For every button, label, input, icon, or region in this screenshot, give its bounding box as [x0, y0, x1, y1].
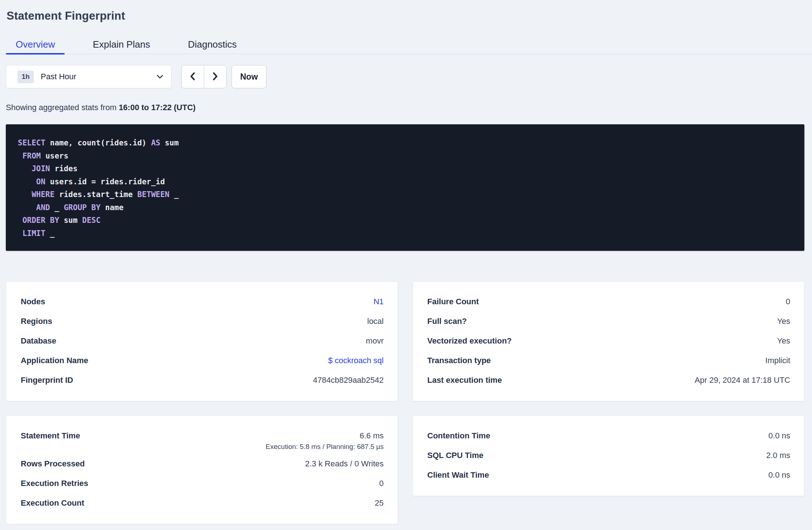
execution-retries-label: Execution Retries [21, 479, 88, 488]
table-row: Regions local [21, 312, 384, 331]
prev-time-button[interactable] [182, 65, 204, 88]
stats-cards: Nodes N1 Regions local Database movr App… [6, 281, 804, 524]
rows-processed-value: 2.3 k Reads / 0 Writes [305, 459, 383, 469]
page-title: Statement Fingerprint [7, 9, 812, 23]
application-name-link[interactable]: $ cockroach sql [328, 356, 384, 365]
statement-fingerprint-page: Statement Fingerprint Overview Explain P… [0, 9, 812, 530]
table-row: Statement Time 6.6 ms Execution: 5.8 ms … [21, 426, 384, 451]
rows-processed-label: Rows Processed [21, 459, 85, 469]
nodes-link[interactable]: N1 [373, 297, 383, 306]
table-row: Rows Processed 2.3 k Reads / 0 Writes [21, 454, 384, 474]
sql-line: AND _ GROUP BY name [18, 201, 793, 214]
contention-time-label: Contention Time [427, 431, 490, 441]
statement-times-card: Statement Time 6.6 ms Execution: 5.8 ms … [6, 415, 398, 524]
full-scan-value: Yes [777, 317, 790, 326]
sql-cpu-time-label: SQL CPU Time [427, 451, 483, 460]
regions-value: local [367, 317, 383, 326]
sql-line: WHERE rides.start_time BETWEEN _ [18, 188, 793, 201]
tab-diagnostics-label: Diagnostics [188, 39, 237, 50]
last-execution-time-value: Apr 29, 2024 at 17:18 UTC [695, 376, 790, 385]
sql-line: ON users.id = rides.rider_id [18, 176, 793, 189]
chevron-down-icon [157, 75, 163, 79]
failure-count-value: 0 [786, 297, 790, 306]
client-wait-time-label: Client Wait Time [427, 470, 489, 480]
sql-code: SELECT name, count(rides.id) AS sum FROM… [18, 137, 793, 240]
sql-line: ORDER BY sum DESC [18, 214, 793, 227]
resource-times-card: Contention Time 0.0 ns SQL CPU Time 2.0 … [413, 415, 805, 496]
sql-line: FROM users [18, 150, 793, 163]
table-row: Execution Count 25 [21, 493, 384, 513]
contention-time-value: 0.0 ns [768, 431, 790, 441]
sql-line: JOIN rides [18, 162, 793, 176]
fingerprint-id-value: 4784cb829aab2542 [313, 376, 384, 385]
client-wait-time-value: 0.0 ns [768, 470, 790, 480]
table-row: Full scan? Yes [427, 312, 791, 331]
tab-bar: Overview Explain Plans Diagnostics [0, 35, 812, 54]
fingerprint-id-label: Fingerprint ID [21, 376, 73, 385]
table-row: Execution Retries 0 [21, 474, 384, 493]
next-time-button[interactable] [204, 65, 226, 88]
application-name-label: Application Name [21, 356, 88, 365]
full-scan-label: Full scan? [427, 317, 467, 326]
table-row: Nodes N1 [21, 292, 384, 312]
time-toolbar: 1h Past Hour [6, 65, 812, 88]
tab-explain-plans-label: Explain Plans [93, 39, 150, 50]
regions-label: Regions [21, 317, 52, 326]
time-range-label: Past Hour [41, 72, 76, 81]
execution-attributes-card: Failure Count 0 Full scan? Yes Vectorize… [413, 281, 805, 401]
statement-time-label: Statement Time [21, 426, 80, 446]
chevron-left-icon [189, 72, 197, 82]
table-row: Database movr [21, 331, 384, 351]
database-label: Database [21, 336, 56, 346]
failure-count-label: Failure Count [427, 297, 479, 306]
time-range-dropdown[interactable]: 1h Past Hour [6, 65, 172, 88]
time-range-badge: 1h [17, 71, 34, 83]
tab-overview-label: Overview [16, 39, 55, 50]
transaction-type-value: Implicit [765, 356, 790, 365]
last-execution-time-label: Last execution time [427, 376, 502, 385]
transaction-type-label: Transaction type [427, 356, 491, 365]
tab-diagnostics[interactable]: Diagnostics [178, 35, 246, 54]
table-row: Contention Time 0.0 ns [427, 426, 791, 446]
tab-overview[interactable]: Overview [6, 35, 65, 54]
execution-count-value: 25 [375, 498, 383, 508]
stats-line-range: 16:00 to 17:22 (UTC) [119, 103, 196, 112]
table-row: Last execution time Apr 29, 2024 at 17:1… [427, 370, 791, 390]
table-row: Transaction type Implicit [427, 351, 791, 370]
statement-time-breakdown: Execution: 5.8 ms / Planning: 687.5 µs [266, 442, 384, 451]
vectorized-execution-label: Vectorized execution? [427, 336, 512, 346]
execution-retries-value: 0 [379, 479, 383, 488]
table-row: Fingerprint ID 4784cb829aab2542 [21, 370, 384, 390]
chevron-right-icon [211, 72, 219, 82]
table-row: SQL CPU Time 2.0 ms [427, 446, 791, 465]
sql-cpu-time-value: 2.0 ms [766, 451, 790, 460]
sql-line: SELECT name, count(rides.id) AS sum [18, 137, 793, 150]
nodes-label: Nodes [21, 297, 45, 306]
sql-line: LIMIT _ [18, 227, 793, 240]
now-button[interactable]: Now [232, 65, 266, 88]
tab-explain-plans[interactable]: Explain Plans [83, 35, 160, 54]
table-row: Failure Count 0 [427, 292, 791, 312]
aggregated-stats-line: Showing aggregated stats from 16:00 to 1… [6, 103, 812, 112]
overview-card: Nodes N1 Regions local Database movr App… [6, 281, 398, 401]
execution-count-label: Execution Count [21, 498, 84, 508]
time-pager [181, 65, 226, 88]
database-value: movr [366, 336, 384, 346]
table-row: Application Name $ cockroach sql [21, 351, 384, 370]
table-row: Vectorized execution? Yes [427, 331, 791, 351]
statement-time-values: 6.6 ms Execution: 5.8 ms / Planning: 687… [266, 426, 384, 451]
stats-line-prefix: Showing aggregated stats from [6, 103, 119, 112]
sql-statement-box: SELECT name, count(rides.id) AS sum FROM… [6, 124, 804, 251]
table-row: Client Wait Time 0.0 ns [427, 465, 791, 485]
vectorized-execution-value: Yes [777, 336, 790, 346]
